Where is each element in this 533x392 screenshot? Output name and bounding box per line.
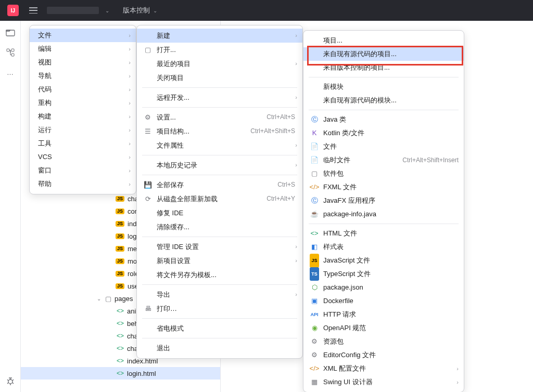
menu-item-save-template[interactable]: 将文件另存为模板...	[137, 268, 302, 282]
menu-item-typescript-file[interactable]: TSTypeScript 文件	[303, 267, 464, 281]
menu-item-swing-designer[interactable]: ▦Swing UI 设计器›	[303, 375, 464, 389]
menu-separator	[309, 77, 459, 77]
menu-item-view[interactable]: 视图›	[30, 56, 136, 69]
menu-item-javascript-file[interactable]: JSJavaScript 文件	[303, 254, 464, 267]
menu-item-reload-disk[interactable]: ⟳从磁盘全部重新加载Ctrl+Alt+Y	[137, 192, 302, 206]
menu-item-editorconfig[interactable]: ⚙EditorConfig 文件	[303, 348, 464, 362]
menu-item-open[interactable]: ▢打开...	[137, 43, 302, 57]
menu-item-resource-bundle[interactable]: ⚙资源包	[303, 335, 464, 348]
chevron-right-icon: ›	[129, 110, 131, 123]
svg-point-4	[8, 380, 12, 384]
chevron-down-icon[interactable]: ⌄	[153, 8, 157, 14]
ts-icon: TS	[310, 267, 319, 281]
menu-item-package[interactable]: ▢软件包	[303, 167, 464, 180]
menu-item-invalidate-caches[interactable]: 清除缓存...	[137, 220, 302, 234]
menu-item-xml-config[interactable]: </>XML 配置文件›	[303, 362, 464, 375]
menu-item-remote-dev[interactable]: 远程开发...›	[137, 90, 302, 104]
menu-item-build[interactable]: 构建›	[30, 110, 136, 123]
main-menu-popup: 文件› 编辑› 视图› 导航› 代码› 重构› 构建› 运行› 工具› VCS›…	[29, 25, 136, 194]
menu-item-settings[interactable]: ⚙设置...Ctrl+Alt+S	[137, 110, 302, 124]
menu-item-java-class[interactable]: ⒸJava 类	[303, 113, 464, 126]
java-file-icon: ☕	[310, 207, 319, 221]
menu-item-dockerfile[interactable]: ▣Dockerfile	[303, 294, 464, 308]
save-icon: 💾	[143, 178, 153, 192]
structure-tool-icon[interactable]	[6, 48, 15, 57]
menu-item-vcs[interactable]: VCS›	[30, 150, 136, 164]
menu-item-navigate[interactable]: 导航›	[30, 69, 136, 83]
gear-icon: ⚙	[143, 110, 153, 124]
menu-item-module-from-sources[interactable]: 来自现有源代码的模块...	[303, 94, 464, 107]
chevron-right-icon: ›	[295, 90, 297, 104]
tree-item-selected[interactable]: <>login.html	[21, 367, 220, 380]
menu-item-fxml[interactable]: </>FXML 文件	[303, 180, 464, 194]
menu-item-tools[interactable]: 工具›	[30, 137, 136, 150]
svg-rect-2	[11, 49, 14, 51]
debug-tool-icon[interactable]	[6, 376, 15, 386]
menu-item-html-file[interactable]: <>HTML 文件	[303, 227, 464, 240]
menu-item-save-all[interactable]: 💾全部保存Ctrl+S	[137, 178, 302, 192]
menu-item-http-request[interactable]: APIHTTP 请求	[303, 308, 464, 321]
main-menu-hamburger-icon[interactable]	[29, 7, 37, 14]
menu-item-project-from-vcs[interactable]: 来自版本控制的项目...	[303, 61, 464, 74]
menu-item-export[interactable]: 导出›	[137, 288, 302, 302]
menu-item-stylesheet[interactable]: ◧样式表	[303, 240, 464, 254]
html-file-icon: <>	[117, 320, 124, 327]
menu-item-power-save[interactable]: 省电模式	[137, 321, 302, 335]
menu-item-file-properties[interactable]: 文件属性›	[137, 138, 302, 152]
project-name-redacted	[47, 7, 99, 14]
menu-item-refactor[interactable]: 重构›	[30, 96, 136, 110]
more-tool-icon[interactable]: …	[6, 68, 15, 77]
chevron-right-icon: ›	[129, 56, 131, 69]
chevron-right-icon: ›	[129, 42, 131, 56]
menu-item-file[interactable]: 文件›	[30, 29, 136, 42]
openapi-icon: ◉	[310, 321, 319, 335]
chevron-right-icon: ›	[456, 375, 459, 389]
menu-item-code[interactable]: 代码›	[30, 83, 136, 96]
menu-item-recent[interactable]: 最近的项目›	[137, 57, 302, 71]
chevron-right-icon: ›	[456, 362, 459, 375]
js-icon: JS	[310, 254, 319, 268]
html-icon: <>	[310, 227, 319, 240]
menu-item-file[interactable]: 📄文件	[303, 140, 464, 153]
project-tool-icon[interactable]	[6, 28, 15, 37]
menu-item-project-structure[interactable]: ☰项目结构...Ctrl+Alt+Shift+S	[137, 124, 302, 138]
chevron-right-icon: ›	[129, 164, 131, 177]
menu-item-new-project[interactable]: 项目...	[303, 34, 464, 47]
javafx-icon: Ⓒ	[310, 194, 319, 207]
html-file-icon: <>	[117, 332, 124, 339]
chevron-right-icon: ›	[295, 254, 297, 268]
menu-item-openapi[interactable]: ◉OpenAPI 规范	[303, 321, 464, 335]
menu-item-project-from-sources[interactable]: 来自现有源代码的项目...	[303, 47, 464, 61]
chevron-down-icon[interactable]: ⌄	[96, 296, 102, 302]
folder-icon: ▢	[105, 295, 111, 303]
menu-item-javafx[interactable]: ⒸJavaFX 应用程序	[303, 194, 464, 207]
menu-separator	[309, 110, 459, 110]
menu-item-window[interactable]: 窗口›	[30, 164, 136, 177]
menu-item-scratch-file[interactable]: 📄临时文件Ctrl+Alt+Shift+Insert	[303, 153, 464, 167]
menu-item-package-info[interactable]: ☕package-info.java	[303, 207, 464, 221]
menu-item-edit[interactable]: 编辑›	[30, 42, 136, 56]
menu-item-new-module[interactable]: 新模块	[303, 80, 464, 94]
menu-item-package-json[interactable]: ⬡package.json	[303, 281, 464, 294]
menu-item-run[interactable]: 运行›	[30, 123, 136, 137]
menu-item-close-project[interactable]: 关闭项目	[137, 71, 302, 85]
menu-item-help[interactable]: 帮助›	[30, 177, 136, 191]
menu-separator	[309, 224, 459, 224]
menu-item-manage-ide-settings[interactable]: 管理 IDE 设置›	[137, 240, 302, 254]
menu-separator	[142, 284, 297, 285]
svg-rect-3	[11, 54, 14, 56]
menu-item-exit[interactable]: 退出	[137, 341, 302, 355]
menu-separator	[142, 175, 297, 175]
vcs-menu[interactable]: 版本控制	[123, 6, 150, 15]
menu-item-repair-ide[interactable]: 修复 IDE	[137, 206, 302, 220]
menu-item-print[interactable]: 🖶打印…	[137, 302, 302, 316]
chevron-down-icon[interactable]: ⌄	[105, 8, 109, 14]
kotlin-icon: K	[310, 126, 319, 140]
menu-item-local-history[interactable]: 本地历史记录›	[137, 158, 302, 172]
chevron-right-icon: ›	[295, 57, 297, 71]
chevron-right-icon: ›	[129, 96, 131, 110]
menu-item-kotlin-file[interactable]: KKotlin 类/文件	[303, 126, 464, 140]
js-file-icon: JS	[116, 246, 124, 252]
menu-item-new-projects-settings[interactable]: 新项目设置›	[137, 254, 302, 268]
menu-item-new[interactable]: 新建›	[137, 29, 302, 43]
